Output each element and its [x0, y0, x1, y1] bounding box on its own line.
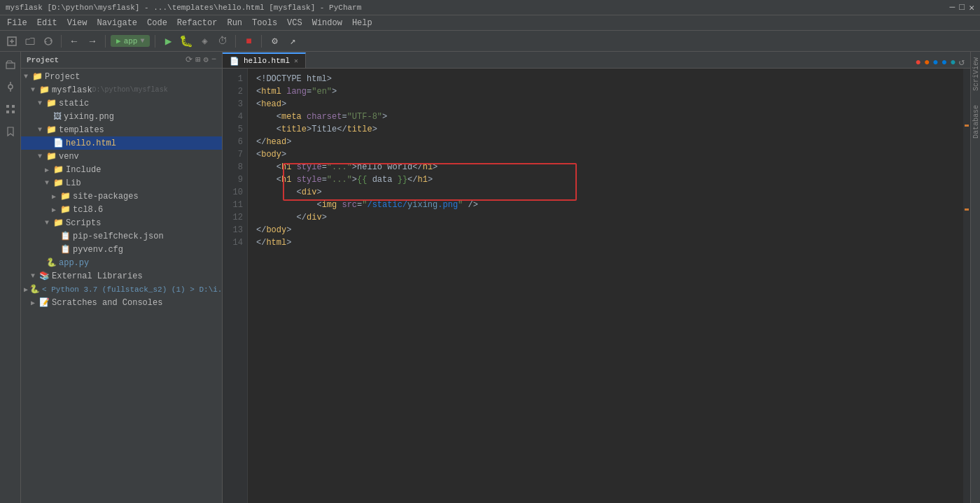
- project-panel-actions[interactable]: ⟳ ⊞ ⚙ −: [186, 55, 216, 65]
- commit-icon[interactable]: [2, 78, 19, 95]
- tree-templates[interactable]: ▼ 📁 templates: [21, 123, 222, 136]
- toolbar-stop-btn[interactable]: ■: [241, 34, 256, 49]
- menu-vcs[interactable]: VCS: [283, 17, 307, 29]
- project-icon[interactable]: [2, 56, 19, 73]
- menu-refactor[interactable]: Refactor: [173, 17, 222, 29]
- arrow-site-packages: ▶: [52, 192, 59, 201]
- svg-rect-12: [12, 111, 15, 113]
- menu-file[interactable]: File: [3, 17, 31, 29]
- main-layout: Project ⟳ ⊞ ⚙ − ▼ 📁 Project ▼ 📁 mysflas: [0, 52, 980, 503]
- toolbar-settings-btn[interactable]: ⚙: [267, 34, 282, 49]
- line-numbers: 12345 678910 11121314: [223, 69, 248, 503]
- toolbar-back-btn[interactable]: ←: [66, 34, 82, 49]
- code-line-6: </head>: [256, 136, 963, 148]
- bookmark-icon[interactable]: [2, 123, 19, 140]
- pip-selfcheck-icon: 📋: [60, 231, 71, 241]
- gutter-mark-1: [965, 125, 969, 127]
- toolbar-open-btn[interactable]: [22, 34, 38, 49]
- firefox-icon[interactable]: ●: [924, 57, 930, 68]
- menu-code[interactable]: Code: [143, 17, 172, 29]
- toolbar-sync-btn[interactable]: [41, 34, 56, 49]
- run-config-dropdown[interactable]: ▼: [140, 37, 144, 45]
- svg-rect-11: [6, 111, 9, 113]
- templates-folder-icon: 📁: [46, 125, 57, 135]
- browser-toolbar: ● ● ● ● ● ↺: [916, 56, 970, 68]
- svg-rect-9: [6, 105, 9, 108]
- safari-icon[interactable]: ●: [950, 57, 955, 68]
- tree-yixing-png[interactable]: 🖼 yixing.png: [21, 110, 222, 123]
- code-line-8: <h1 style="...">hello world</h1>: [256, 161, 963, 173]
- toolbar-sep5: [261, 35, 262, 48]
- tree-tcl86[interactable]: ▶ 📁 tcl8.6: [21, 203, 222, 216]
- panel-action-refresh[interactable]: ⟳: [186, 55, 192, 65]
- minimize-btn[interactable]: ─: [950, 2, 955, 13]
- tree-pip-selfcheck[interactable]: 📋 pip-selfcheck.json: [21, 229, 222, 243]
- code-line-14: </html>: [256, 236, 963, 249]
- code-line-7: <body>: [256, 148, 963, 161]
- panel-action-settings[interactable]: ⚙: [204, 55, 209, 65]
- tree-mysflask[interactable]: ▼ 📁 mysflask D:\python\mysflask: [21, 83, 222, 97]
- tree-include[interactable]: ▶ 📁 Include: [21, 163, 222, 176]
- arrow-templates: ▼: [38, 126, 45, 134]
- chrome-icon[interactable]: ●: [916, 57, 921, 68]
- maximize-btn[interactable]: □: [959, 2, 965, 13]
- menu-edit[interactable]: Edit: [33, 17, 62, 29]
- title-text: mysflask [D:\python\mysflask] - ...\temp…: [6, 3, 361, 12]
- title-controls[interactable]: ─ □ ✕: [950, 2, 974, 13]
- menu-view[interactable]: View: [63, 17, 92, 29]
- tree-yixing-label: yixing.png: [64, 112, 114, 122]
- structure-icon[interactable]: [2, 101, 19, 118]
- panel-action-minimize[interactable]: −: [211, 55, 216, 65]
- toolbar-coverage-btn[interactable]: ◈: [197, 34, 212, 49]
- menu-run[interactable]: Run: [223, 17, 246, 29]
- tree-site-packages[interactable]: ▶ 📁 site-packages: [21, 190, 222, 203]
- toolbar-sep1: [61, 35, 62, 48]
- toolbar-debug-btn[interactable]: 🐛: [178, 34, 194, 49]
- toolbar-profile-btn[interactable]: ⏱: [215, 34, 230, 49]
- arrow-scripts: ▼: [45, 219, 52, 227]
- tab-hello-html[interactable]: 📄 hello.html ✕: [223, 52, 306, 68]
- tree-lib[interactable]: ▼ 📁 Lib: [21, 176, 222, 190]
- arrow-lib: ▼: [45, 179, 52, 187]
- edge-icon[interactable]: ●: [941, 57, 947, 68]
- tree-lib-label: Lib: [66, 178, 81, 188]
- toolbar-share-btn[interactable]: ↗: [285, 34, 300, 49]
- menu-help[interactable]: Help: [348, 17, 377, 29]
- static-folder-icon: 📁: [46, 98, 57, 108]
- refresh-browser-icon[interactable]: ↺: [959, 56, 965, 68]
- toolbar-new-btn[interactable]: [4, 34, 20, 49]
- database-tab[interactable]: Database: [971, 99, 980, 144]
- venv-folder-icon: 📁: [46, 151, 57, 162]
- tab-label: hello.html: [244, 57, 290, 65]
- toolbar-run-config[interactable]: ▶ app ▼: [111, 35, 150, 47]
- tree-app-py[interactable]: 🐍 app.py: [21, 256, 222, 269]
- tree-pyvenv-cfg[interactable]: 📋 pyvenv.cfg: [21, 243, 222, 256]
- python37-icon: 🐍: [29, 284, 40, 295]
- close-btn[interactable]: ✕: [969, 2, 974, 13]
- toolbar-forward-btn[interactable]: →: [85, 34, 100, 49]
- tree-static-label: static: [59, 99, 89, 108]
- menu-navigate[interactable]: Navigate: [92, 17, 141, 29]
- tab-close-btn[interactable]: ✕: [294, 57, 298, 65]
- menu-window[interactable]: Window: [308, 17, 346, 29]
- tree-ext-libs[interactable]: ▼ 📚 External Libraries: [21, 269, 222, 283]
- arrow-tcl86: ▶: [52, 206, 59, 214]
- tree-hello-html[interactable]: 📄 hello.html: [21, 136, 222, 150]
- code-line-5: <title>Title</title>: [256, 123, 963, 136]
- app-py-icon: 🐍: [46, 257, 57, 268]
- panel-action-layout[interactable]: ⊞: [195, 55, 200, 65]
- editor-gutter: [963, 69, 970, 503]
- tree-scripts[interactable]: ▼ 📁 Scripts: [21, 216, 222, 229]
- toolbar-run-btn[interactable]: ▶: [160, 34, 176, 49]
- ie-icon[interactable]: ●: [932, 57, 938, 68]
- tree-python37[interactable]: ▶ 🐍 < Python 3.7 (fullstack_s2) (1) > D:…: [21, 283, 222, 296]
- tree-static[interactable]: ▼ 📁 static: [21, 97, 222, 110]
- tree-scratches[interactable]: ▶ 📝 Scratches and Consoles: [21, 296, 222, 309]
- tree-project-root[interactable]: ▼ 📁 Project: [21, 70, 222, 83]
- code-editor[interactable]: <!DOCTYPE html> <html lang="en"> <head> …: [248, 69, 963, 503]
- scriview-tab[interactable]: ScriView: [971, 52, 980, 97]
- tree-venv[interactable]: ▼ 📁 venv: [21, 150, 222, 163]
- gutter-mark-2: [965, 208, 969, 211]
- menu-tools[interactable]: Tools: [248, 17, 281, 29]
- menu-bar: File Edit View Navigate Code Refactor Ru…: [0, 15, 980, 31]
